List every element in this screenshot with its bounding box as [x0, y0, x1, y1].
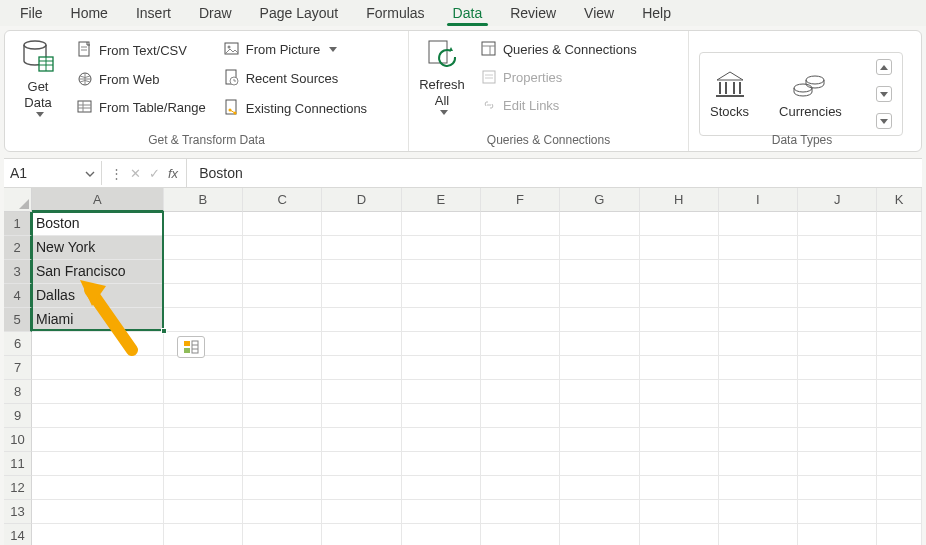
from-web-button[interactable]: From Web	[73, 69, 210, 89]
cell-H4[interactable]	[640, 284, 719, 308]
cell-K11[interactable]	[877, 452, 922, 476]
cell-G14[interactable]	[560, 524, 639, 545]
cell-G2[interactable]	[560, 236, 639, 260]
cell-F3[interactable]	[481, 260, 560, 284]
cell-H9[interactable]	[640, 404, 719, 428]
cell-F9[interactable]	[481, 404, 560, 428]
cell-E2[interactable]	[402, 236, 481, 260]
from-table-range-button[interactable]: From Table/Range	[73, 97, 210, 117]
cell-B7[interactable]	[164, 356, 243, 380]
cell-B12[interactable]	[164, 476, 243, 500]
cell-I2[interactable]	[719, 236, 798, 260]
cell-E5[interactable]	[402, 308, 481, 332]
cell-J12[interactable]	[798, 476, 877, 500]
cell-I8[interactable]	[719, 380, 798, 404]
cell-H14[interactable]	[640, 524, 719, 545]
cell-B2[interactable]	[164, 236, 243, 260]
cell-D9[interactable]	[322, 404, 401, 428]
enter-icon[interactable]: ✓	[149, 166, 160, 181]
row-header-3[interactable]: 3	[4, 260, 32, 284]
cell-E11[interactable]	[402, 452, 481, 476]
scroll-up-button[interactable]	[876, 59, 892, 75]
cell-I13[interactable]	[719, 500, 798, 524]
cell-J14[interactable]	[798, 524, 877, 545]
cell-D13[interactable]	[322, 500, 401, 524]
cell-H11[interactable]	[640, 452, 719, 476]
fill-handle[interactable]	[161, 328, 167, 334]
cell-I3[interactable]	[719, 260, 798, 284]
cell-K9[interactable]	[877, 404, 922, 428]
cell-I6[interactable]	[719, 332, 798, 356]
cell-F11[interactable]	[481, 452, 560, 476]
queries-connections-button[interactable]: Queries & Connections	[477, 39, 641, 59]
cell-G7[interactable]	[560, 356, 639, 380]
cell-F10[interactable]	[481, 428, 560, 452]
stocks-button[interactable]: Stocks	[710, 70, 749, 119]
cell-H12[interactable]	[640, 476, 719, 500]
cell-D2[interactable]	[322, 236, 401, 260]
cell-G8[interactable]	[560, 380, 639, 404]
cell-J3[interactable]	[798, 260, 877, 284]
menu-insert[interactable]: Insert	[122, 2, 185, 24]
menu-home[interactable]: Home	[57, 2, 122, 24]
cell-C13[interactable]	[243, 500, 322, 524]
chevron-down-icon[interactable]	[81, 165, 95, 181]
cell-A4[interactable]: Dallas	[32, 284, 164, 308]
cell-B8[interactable]	[164, 380, 243, 404]
cell-A3[interactable]: San Francisco	[32, 260, 164, 284]
row-header-6[interactable]: 6	[4, 332, 32, 356]
column-header-K[interactable]: K	[877, 188, 922, 212]
cell-E8[interactable]	[402, 380, 481, 404]
scroll-down-button[interactable]	[876, 86, 892, 102]
cell-D7[interactable]	[322, 356, 401, 380]
cell-J6[interactable]	[798, 332, 877, 356]
menu-help[interactable]: Help	[628, 2, 685, 24]
column-header-H[interactable]: H	[640, 188, 719, 212]
cell-D11[interactable]	[322, 452, 401, 476]
column-header-B[interactable]: B	[164, 188, 243, 212]
cell-I4[interactable]	[719, 284, 798, 308]
cell-D10[interactable]	[322, 428, 401, 452]
cell-G1[interactable]	[560, 212, 639, 236]
cell-D8[interactable]	[322, 380, 401, 404]
more-icon[interactable]: ⋮	[110, 166, 122, 181]
cell-J9[interactable]	[798, 404, 877, 428]
cell-D5[interactable]	[322, 308, 401, 332]
quick-analysis-button[interactable]	[177, 336, 205, 358]
cell-B9[interactable]	[164, 404, 243, 428]
cell-K4[interactable]	[877, 284, 922, 308]
cell-E7[interactable]	[402, 356, 481, 380]
cell-F5[interactable]	[481, 308, 560, 332]
cell-B14[interactable]	[164, 524, 243, 545]
cell-I14[interactable]	[719, 524, 798, 545]
cell-J1[interactable]	[798, 212, 877, 236]
cell-A13[interactable]	[32, 500, 164, 524]
cell-C14[interactable]	[243, 524, 322, 545]
cell-J7[interactable]	[798, 356, 877, 380]
cell-E1[interactable]	[402, 212, 481, 236]
cell-F13[interactable]	[481, 500, 560, 524]
cell-C1[interactable]	[243, 212, 322, 236]
cell-J13[interactable]	[798, 500, 877, 524]
cell-A1[interactable]: Boston	[32, 212, 164, 236]
cell-A2[interactable]: New York	[32, 236, 164, 260]
cell-B5[interactable]	[164, 308, 243, 332]
cell-D14[interactable]	[322, 524, 401, 545]
cell-C10[interactable]	[243, 428, 322, 452]
menu-review[interactable]: Review	[496, 2, 570, 24]
cell-K10[interactable]	[877, 428, 922, 452]
cell-G10[interactable]	[560, 428, 639, 452]
cell-I12[interactable]	[719, 476, 798, 500]
cell-H8[interactable]	[640, 380, 719, 404]
cell-B3[interactable]	[164, 260, 243, 284]
cell-J5[interactable]	[798, 308, 877, 332]
cell-B11[interactable]	[164, 452, 243, 476]
cell-J2[interactable]	[798, 236, 877, 260]
cell-H10[interactable]	[640, 428, 719, 452]
cell-I10[interactable]	[719, 428, 798, 452]
row-header-13[interactable]: 13	[4, 500, 32, 524]
existing-connections-button[interactable]: Existing Connections	[220, 97, 371, 119]
cell-G11[interactable]	[560, 452, 639, 476]
cell-F2[interactable]	[481, 236, 560, 260]
cell-A14[interactable]	[32, 524, 164, 545]
